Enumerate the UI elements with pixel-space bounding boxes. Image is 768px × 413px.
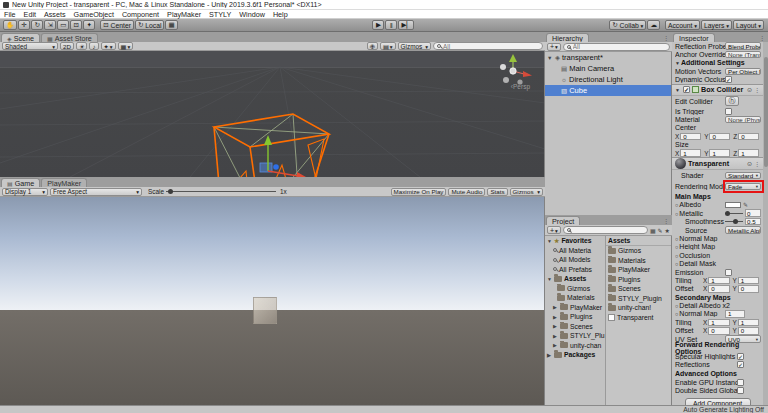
- menu-gameobject[interactable]: GameObject: [74, 10, 114, 19]
- tab-inspector[interactable]: Inspector: [673, 33, 715, 42]
- component-menu-icon[interactable]: [754, 86, 760, 93]
- reflections-checkbox[interactable]: [737, 361, 744, 368]
- size-y-field[interactable]: 1: [709, 149, 730, 157]
- hierarchy-search-input[interactable]: [573, 43, 666, 50]
- content-folder-unity-chan[interactable]: unity-chan!: [606, 303, 671, 313]
- foldout-icon[interactable]: ▼: [547, 55, 553, 61]
- cloud-services-button[interactable]: [647, 20, 660, 30]
- tree-folder-plugins[interactable]: ▶Plugins: [545, 312, 605, 322]
- tree-folder-gizmos[interactable]: Gizmos: [545, 284, 605, 294]
- menu-playmaker[interactable]: PlayMaker: [167, 10, 201, 19]
- help-icon[interactable]: [747, 86, 752, 93]
- scene-lighting-toggle-icon[interactable]: [76, 42, 88, 50]
- favorite-all-models[interactable]: All Models: [545, 255, 605, 265]
- scale-tool-icon[interactable]: [44, 20, 56, 30]
- center-y-field[interactable]: 0: [709, 133, 730, 141]
- step-button[interactable]: [398, 20, 414, 30]
- pivot-toggle-button[interactable]: Center: [100, 20, 134, 30]
- tree-folder-styly[interactable]: ▶STYLY_Plu: [545, 331, 605, 341]
- eyedropper-icon[interactable]: [743, 201, 748, 208]
- center-z-field[interactable]: 0: [738, 133, 759, 141]
- hierarchy-item-cube[interactable]: Cube: [545, 85, 671, 96]
- scene-orientation-gizmo[interactable]: [492, 53, 536, 87]
- packages-root[interactable]: ▶Packages: [545, 350, 605, 360]
- menu-help[interactable]: Help: [273, 10, 288, 19]
- offset2-x-field[interactable]: 0: [708, 327, 729, 335]
- assets-root[interactable]: ▼Assets: [545, 274, 605, 284]
- selected-cube-wireframe[interactable]: [200, 107, 340, 177]
- scene-viewport[interactable]: Persp: [0, 51, 545, 177]
- menu-window[interactable]: Window: [239, 10, 265, 19]
- smoothness-slider[interactable]: [725, 218, 743, 226]
- shading-mode-dropdown[interactable]: Shaded: [2, 42, 58, 50]
- aspect-dropdown[interactable]: Free Aspect: [50, 188, 142, 196]
- dynamic-occlusion-checkbox[interactable]: [725, 76, 732, 83]
- hierarchy-item-main-camera[interactable]: Main Camera: [545, 63, 671, 74]
- menu-edit[interactable]: Edit: [24, 10, 36, 19]
- display-dropdown[interactable]: Display 1: [2, 188, 48, 196]
- specular-highlights-checkbox[interactable]: [737, 353, 744, 360]
- scene-fx-dropdown[interactable]: [101, 42, 116, 50]
- favorite-all-materials[interactable]: All Materia: [545, 246, 605, 256]
- center-x-field[interactable]: 0: [680, 133, 701, 141]
- project-search-input[interactable]: [573, 227, 644, 234]
- size-x-field[interactable]: 1: [680, 149, 701, 157]
- play-button[interactable]: [372, 20, 384, 30]
- scene-camera-dropdown[interactable]: [380, 42, 396, 50]
- tiling-y-field[interactable]: 1: [738, 277, 759, 285]
- hierarchy-scene-row[interactable]: ▼ transparent*: [545, 52, 671, 63]
- metallic-value-field[interactable]: 0: [745, 209, 761, 217]
- menu-component[interactable]: Component: [122, 10, 159, 19]
- help-icon[interactable]: [747, 160, 752, 167]
- content-folder-gizmos[interactable]: Gizmos: [606, 246, 671, 256]
- is-trigger-checkbox[interactable]: [725, 108, 732, 115]
- metallic-slider[interactable]: [725, 209, 743, 217]
- hierarchy-item-directional-light[interactable]: Directional Light: [545, 74, 671, 85]
- motion-vectors-dropdown[interactable]: Per Object Motion: [725, 68, 761, 76]
- project-create-button[interactable]: +: [547, 226, 561, 234]
- account-dropdown[interactable]: Account: [665, 20, 700, 30]
- lighting-status[interactable]: Auto Generate Lighting Off: [683, 406, 764, 413]
- source-dropdown[interactable]: Metallic Alpha: [725, 226, 761, 234]
- favorite-all-prefabs[interactable]: All Prefabs: [545, 265, 605, 275]
- scene-search[interactable]: [433, 42, 543, 50]
- hierarchy-create-button[interactable]: +: [547, 43, 561, 51]
- inspector-scrollbar[interactable]: [763, 42, 768, 405]
- maximize-on-play-button[interactable]: Maximize On Play: [391, 188, 447, 196]
- game-viewport[interactable]: [0, 197, 545, 405]
- toggle-2d-button[interactable]: 2D: [60, 42, 74, 50]
- offset-y-field[interactable]: 0: [738, 285, 759, 293]
- emission-checkbox[interactable]: [725, 269, 732, 276]
- content-material-transparent[interactable]: Transparent: [606, 313, 671, 323]
- search-by-type-icon[interactable]: [650, 227, 656, 234]
- rendering-mode-dropdown[interactable]: Fade: [725, 183, 761, 191]
- tree-folder-scenes[interactable]: ▶Scenes: [545, 322, 605, 332]
- save-search-icon[interactable]: [665, 227, 670, 234]
- custom-tool-icon[interactable]: [83, 20, 95, 30]
- stats-button[interactable]: Stats: [487, 188, 507, 196]
- scene-visibility-grid-dropdown[interactable]: [118, 42, 134, 50]
- snap-button[interactable]: [165, 20, 177, 30]
- component-menu-icon[interactable]: [754, 160, 760, 167]
- project-search[interactable]: [563, 226, 648, 234]
- size-z-field[interactable]: 1: [738, 149, 759, 157]
- rect-tool-icon[interactable]: [57, 20, 69, 30]
- physic-material-object-field[interactable]: None (Physic Mat: [725, 116, 761, 124]
- mute-audio-button[interactable]: Mute Audio: [448, 188, 485, 196]
- tiling2-y-field[interactable]: 1: [738, 319, 759, 327]
- tiling2-x-field[interactable]: 1: [708, 319, 729, 327]
- content-folder-plugins[interactable]: Plugins: [606, 275, 671, 285]
- anchor-override-object-field[interactable]: None (Transform): [725, 51, 761, 59]
- albedo-color-swatch[interactable]: [725, 202, 741, 209]
- content-folder-materials[interactable]: Materials: [606, 256, 671, 266]
- content-folder-styly-plugin[interactable]: STYLY_Plugin: [606, 294, 671, 304]
- hand-tool-icon[interactable]: [3, 20, 17, 30]
- tab-project[interactable]: Project: [546, 216, 580, 225]
- scene-audio-toggle-icon[interactable]: [89, 42, 98, 50]
- tree-folder-materials[interactable]: Materials: [545, 293, 605, 303]
- rotate-tool-icon[interactable]: [31, 20, 43, 30]
- scale-slider[interactable]: [166, 188, 276, 196]
- orientation-toggle-button[interactable]: Local: [135, 20, 165, 30]
- content-folder-playmaker[interactable]: PlayMaker: [606, 265, 671, 275]
- scrollbar-thumb[interactable]: [764, 57, 768, 167]
